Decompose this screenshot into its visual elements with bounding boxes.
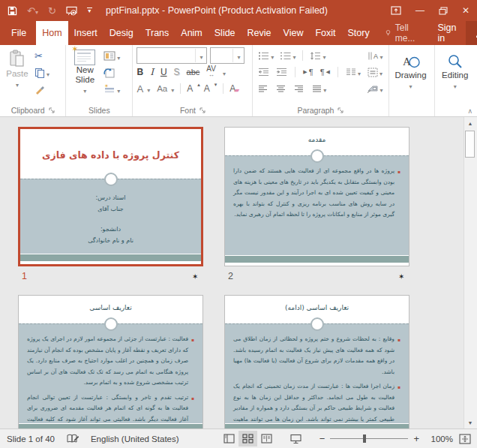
- tell-me-box[interactable]: Tell me...: [376, 21, 428, 45]
- editing-dropdown-arrow[interactable]: [454, 81, 457, 92]
- tab-foxit[interactable]: Foxit: [309, 21, 341, 45]
- smartart-dropdown-arrow[interactable]: [380, 82, 383, 95]
- change-case-dropdown-arrow[interactable]: [171, 82, 174, 95]
- collapse-ribbon-button[interactable]: ∧: [467, 107, 472, 115]
- font-color-dropdown-arrow[interactable]: [147, 82, 150, 95]
- spell-check-icon[interactable]: [67, 433, 79, 444]
- change-case-button[interactable]: Aa: [157, 84, 167, 93]
- tab-view[interactable]: View: [278, 21, 310, 45]
- justify-dropdown-arrow[interactable]: [323, 82, 326, 95]
- undo-icon[interactable]: ↶▾: [27, 6, 38, 16]
- redo-icon[interactable]: ↻: [48, 6, 56, 16]
- increase-indent-button[interactable]: [274, 68, 289, 77]
- line-spacing-button[interactable]: [308, 49, 327, 62]
- align-center-button[interactable]: [274, 85, 287, 93]
- close-button[interactable]: ✕: [462, 6, 470, 15]
- zoom-out-button[interactable]: −: [314, 433, 331, 444]
- justify-button[interactable]: [310, 82, 328, 95]
- align-text-dropdown-arrow[interactable]: [380, 65, 382, 79]
- align-text-button[interactable]: [366, 65, 384, 79]
- right-to-left-button[interactable]: ¶◀: [319, 68, 332, 77]
- zoom-slider[interactable]: [330, 438, 408, 439]
- editing-button[interactable]: Editing: [436, 47, 474, 116]
- tab-animations[interactable]: Anim: [175, 21, 208, 45]
- slide-thumbnail-4[interactable]: تعاریف اساسی (ادامه) وقایع : به لحظات شر…: [224, 295, 410, 429]
- fit-slide-to-window-button[interactable]: [459, 434, 471, 444]
- restore-button[interactable]: [439, 7, 448, 15]
- slide-thumbnail-1[interactable]: کنترل پروژه با داده های فازی استاد درس: …: [18, 127, 203, 266]
- slide-count[interactable]: Slide 1 of 40: [7, 434, 55, 443]
- bullets-button[interactable]: [256, 49, 275, 62]
- language-indicator[interactable]: English (United States): [91, 434, 179, 443]
- slide-thumbnail-3[interactable]: تعاریف اساسی فعالیت : عبارتست از جزئی از…: [18, 295, 203, 429]
- paste-button[interactable]: Paste: [2, 47, 33, 104]
- columns-dropdown-arrow[interactable]: [358, 65, 361, 79]
- tab-storyboarding[interactable]: Story: [342, 21, 376, 45]
- bold-button[interactable]: B: [136, 67, 143, 77]
- normal-view-button[interactable]: [220, 431, 238, 446]
- reading-view-button[interactable]: [257, 431, 276, 446]
- section-dropdown-arrow[interactable]: [117, 83, 120, 96]
- strikethrough-button[interactable]: abc: [187, 68, 200, 77]
- drawing-button[interactable]: A Drawing: [391, 47, 431, 116]
- align-right-button[interactable]: [292, 85, 305, 93]
- copy-dropdown-arrow[interactable]: [46, 66, 50, 80]
- format-painter-button[interactable]: [33, 82, 51, 96]
- slide-sorter-view-button[interactable]: [238, 431, 257, 446]
- character-spacing-dropdown-arrow[interactable]: [223, 65, 226, 79]
- tab-transitions[interactable]: Trans: [140, 21, 176, 45]
- new-slide-button[interactable]: ✶ New Slide: [68, 47, 102, 104]
- layout-dropdown-arrow[interactable]: [117, 50, 120, 63]
- zoom-in-button[interactable]: +: [408, 433, 424, 444]
- tab-home[interactable]: Hom: [36, 21, 68, 45]
- cut-button[interactable]: ✂: [33, 49, 51, 63]
- numbering-dropdown-arrow[interactable]: [292, 49, 296, 62]
- font-dialog-launcher[interactable]: [200, 107, 206, 113]
- reset-button[interactable]: [102, 65, 122, 80]
- character-spacing-button[interactable]: AV↔: [206, 66, 216, 78]
- align-left-button[interactable]: [256, 85, 269, 93]
- bullets-dropdown-arrow[interactable]: [271, 49, 274, 62]
- ribbon-display-options-icon[interactable]: [391, 6, 401, 15]
- text-shadow-button[interactable]: S: [174, 67, 180, 77]
- customize-qat-icon[interactable]: ▾: [87, 8, 92, 14]
- minimize-button[interactable]: —: [416, 6, 424, 15]
- layout-button[interactable]: [102, 49, 122, 63]
- zoom-level[interactable]: 100%: [424, 434, 453, 443]
- tab-file[interactable]: File: [2, 21, 36, 45]
- font-size-dropdown-arrow[interactable]: [237, 49, 240, 62]
- start-slideshow-icon[interactable]: [66, 6, 77, 16]
- convert-smartart-button[interactable]: [365, 82, 385, 95]
- italic-button[interactable]: I: [150, 67, 154, 77]
- share-button[interactable]: Share: [466, 21, 477, 45]
- paste-dropdown-arrow[interactable]: [16, 80, 19, 90]
- scrollbar-thumb[interactable]: [465, 131, 475, 158]
- font-color-button[interactable]: A: [136, 83, 143, 95]
- new-slide-dropdown-arrow[interactable]: [83, 86, 86, 96]
- save-icon[interactable]: [8, 6, 17, 16]
- font-name-combobox[interactable]: [136, 47, 207, 64]
- sign-in-link[interactable]: Sign in: [428, 21, 466, 45]
- left-to-right-button[interactable]: ▶¶: [302, 68, 314, 77]
- underline-button[interactable]: U: [160, 67, 167, 77]
- text-direction-dropdown-arrow[interactable]: [380, 49, 383, 62]
- copy-button[interactable]: [33, 65, 51, 80]
- zoom-slider-thumb[interactable]: [363, 434, 366, 443]
- columns-button[interactable]: [344, 65, 362, 79]
- scroll-up-button[interactable]: ▲: [464, 117, 476, 130]
- vertical-scrollbar[interactable]: ▲ ▼: [464, 117, 477, 429]
- clear-formatting-button[interactable]: A▰: [230, 83, 239, 94]
- clipboard-dialog-launcher[interactable]: [49, 107, 55, 113]
- scroll-down-button[interactable]: ▼: [464, 416, 476, 429]
- numbering-button[interactable]: [278, 49, 297, 62]
- decrease-indent-button[interactable]: [256, 68, 271, 77]
- tab-review[interactable]: Revie: [242, 21, 278, 45]
- shrink-font-button[interactable]: A: [204, 83, 210, 94]
- tab-slideshow[interactable]: Slide: [208, 21, 242, 45]
- text-direction-button[interactable]: A: [366, 49, 385, 62]
- section-button[interactable]: ✶: [102, 82, 122, 96]
- drawing-dropdown-arrow[interactable]: [410, 81, 412, 92]
- tab-design[interactable]: Desig: [104, 21, 140, 45]
- paragraph-dialog-launcher[interactable]: [338, 107, 344, 113]
- slide-thumbnail-2[interactable]: مقدمه پروژه ها در واقع مجموعه ای از فعال…: [224, 127, 410, 266]
